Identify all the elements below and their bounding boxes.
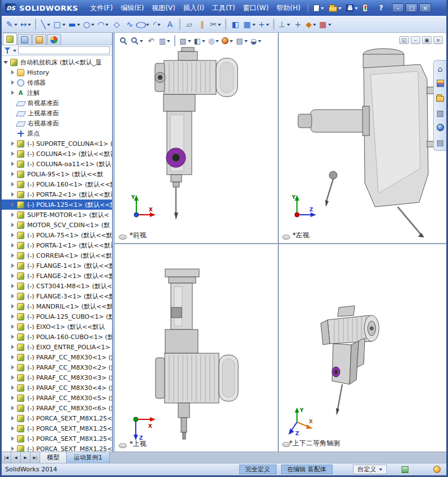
expander-icon[interactable] bbox=[10, 263, 16, 268]
zoom-to-area-button[interactable] bbox=[130, 34, 144, 47]
spline-button[interactable]: ∿ bbox=[123, 18, 136, 31]
custom-properties-tab[interactable]: ▤ bbox=[435, 137, 446, 148]
tree-item[interactable]: (-) EIXO<1> (默认<<默认 bbox=[2, 322, 112, 332]
tree-item[interactable]: (-) SUPORTE_COLUNA<1> (默 bbox=[2, 138, 112, 149]
tab-model[interactable]: 模型 bbox=[40, 452, 67, 463]
tree-item[interactable]: (-) PORTA-2<1> (默认<<默认 bbox=[2, 189, 112, 200]
tree-item[interactable]: (-) MANDRIL<1> (默认<<默 bbox=[2, 301, 112, 311]
expander-icon[interactable] bbox=[10, 70, 16, 75]
expander-icon[interactable] bbox=[10, 415, 16, 421]
tree-item[interactable]: (-) PORTA-1<1> (默认<<默认 bbox=[2, 240, 112, 250]
filter-caret-icon[interactable] bbox=[13, 50, 16, 54]
propertymanager-tab[interactable] bbox=[18, 34, 32, 45]
display-relations-button[interactable]: ⊥ bbox=[277, 18, 291, 31]
tree-item[interactable]: (-) PORCA_SEXT_M8X1,25< bbox=[2, 444, 112, 452]
grid-settings-button[interactable]: ▦ bbox=[318, 18, 332, 31]
tree-item[interactable]: (-) PARAF_CC_M8X30<2> (默 bbox=[2, 362, 112, 372]
sketch-button[interactable]: ✎ bbox=[5, 18, 19, 31]
expander-icon[interactable] bbox=[10, 354, 16, 360]
polygon-button[interactable]: ◇ bbox=[110, 18, 123, 31]
line-button[interactable]: ╲ bbox=[39, 18, 51, 31]
tree-item[interactable]: (-) EIXO_ENTRE_POLIA<1> bbox=[2, 342, 112, 352]
tree-item[interactable]: (-) PORCA_SEXT_M8X1,25< bbox=[2, 413, 112, 423]
file-explorer-tab[interactable] bbox=[435, 93, 446, 103]
expander-icon[interactable] bbox=[3, 59, 9, 65]
menu-file[interactable]: 文件(F) bbox=[86, 2, 117, 15]
zoom-to-fit-button[interactable] bbox=[117, 34, 130, 47]
smart-dimension-button[interactable]: ↔ bbox=[19, 18, 33, 31]
expander-icon[interactable] bbox=[10, 436, 16, 441]
tree-item[interactable]: SUPTE-MOTOR<1> (默认< bbox=[2, 210, 112, 220]
tree-item[interactable]: POLIA-95<1> (默认<<默 bbox=[2, 169, 112, 179]
sketch-fillet-button[interactable]: ◜ bbox=[151, 18, 163, 31]
status-options-icon[interactable] bbox=[402, 466, 408, 473]
tree-item[interactable]: (-) PORCA_SEXT_M8X1,25< bbox=[2, 423, 112, 433]
viewport-horizontal-divider[interactable] bbox=[115, 243, 446, 244]
expander-icon[interactable] bbox=[10, 171, 16, 177]
design-library-tab[interactable] bbox=[435, 78, 446, 89]
viewport-top[interactable]: X Z *上视 bbox=[115, 244, 278, 452]
tree-item[interactable]: (-) POLIA-125_CUBO<1> (默 bbox=[2, 311, 112, 322]
offset-entities-button[interactable]: ∥ bbox=[196, 18, 209, 31]
tree-item[interactable]: 上视基准面 bbox=[2, 108, 112, 118]
expander-icon[interactable] bbox=[10, 395, 16, 401]
tree-item[interactable]: MOTOR_5CV_CDIN<1> (默 bbox=[2, 220, 112, 230]
scroll-first-button[interactable]: |◀ bbox=[2, 452, 11, 463]
scroll-prev-button[interactable]: ◀ bbox=[11, 452, 21, 463]
doc-restore-button[interactable]: ▣ bbox=[422, 36, 432, 44]
tree-item[interactable]: (-) FLANGE-2<1> (默认<<默 bbox=[2, 271, 112, 281]
tab-motion-study[interactable]: 运动算例1 bbox=[67, 452, 110, 463]
convert-entities-button[interactable]: ▱ bbox=[183, 18, 196, 31]
tree-item[interactable]: (-) PARAF_CC_M8X30<3> (默 bbox=[2, 372, 112, 383]
tree-item[interactable]: 右视基准面 bbox=[2, 118, 112, 128]
mirror-entities-button[interactable]: ◧ bbox=[229, 18, 242, 31]
maximize-button[interactable]: □ bbox=[406, 3, 417, 12]
tree-item[interactable]: (-) CORREIA<1> (默认<<默认 bbox=[2, 250, 112, 261]
scroll-last-button[interactable]: ▶| bbox=[31, 452, 40, 463]
expander-icon[interactable] bbox=[10, 314, 16, 319]
expander-icon[interactable] bbox=[10, 253, 16, 258]
expander-icon[interactable] bbox=[10, 232, 16, 238]
expander-icon[interactable] bbox=[10, 161, 16, 167]
menu-tools[interactable]: 工具(T) bbox=[208, 2, 239, 15]
viewport-isometric[interactable]: Y X Z *上下二等角轴测 bbox=[279, 244, 446, 452]
expander-icon[interactable] bbox=[10, 324, 16, 329]
featuremanager-tab[interactable] bbox=[3, 33, 17, 45]
close-button[interactable]: × bbox=[419, 3, 431, 12]
expander-icon[interactable] bbox=[10, 212, 16, 218]
expander-icon[interactable] bbox=[10, 283, 16, 289]
ellipse-button[interactable]: ○ bbox=[136, 18, 150, 31]
expander-icon[interactable] bbox=[10, 375, 16, 380]
expander-icon[interactable] bbox=[10, 192, 16, 197]
doc-tile-button[interactable]: ◱ bbox=[399, 36, 409, 44]
scroll-next-button[interactable]: ▶ bbox=[21, 452, 31, 463]
tree-item[interactable]: 传感器 bbox=[2, 77, 112, 88]
linear-pattern-button[interactable]: ▦ bbox=[242, 18, 256, 31]
custom-dropdown[interactable]: 自定义 bbox=[353, 465, 387, 474]
arc-button[interactable]: ◠ bbox=[96, 18, 110, 31]
tree-item[interactable]: History bbox=[2, 67, 112, 77]
tree-item[interactable]: 原点 bbox=[2, 128, 112, 138]
expander-icon[interactable] bbox=[10, 365, 16, 370]
tree-item[interactable]: (-) PARAF_CC_M8X30<1> (默 bbox=[2, 352, 112, 362]
edit-appearance-button[interactable] bbox=[221, 34, 234, 47]
displaymanager-tab[interactable] bbox=[47, 34, 61, 45]
quick-snaps-button[interactable]: ◆ bbox=[305, 18, 318, 31]
tree-item[interactable]: 前视基准面 bbox=[2, 98, 112, 108]
expander-icon[interactable] bbox=[10, 222, 16, 228]
expander-icon[interactable] bbox=[10, 273, 16, 279]
configurationmanager-tab[interactable] bbox=[32, 34, 46, 45]
viewport-vertical-divider[interactable] bbox=[278, 33, 279, 452]
expander-icon[interactable] bbox=[10, 426, 16, 431]
previous-view-button[interactable]: ↶ bbox=[145, 34, 157, 47]
text-button[interactable]: A bbox=[164, 18, 176, 31]
minimize-button[interactable]: – bbox=[392, 3, 404, 12]
resources-tab[interactable]: ⌂ bbox=[435, 63, 446, 74]
filter-input[interactable] bbox=[18, 46, 110, 54]
doc-minimize-button[interactable]: – bbox=[411, 36, 420, 44]
expander-icon[interactable] bbox=[10, 242, 16, 248]
tree-item[interactable]: (-) PORCA_SEXT_M8X1,25< bbox=[2, 433, 112, 444]
tree-item[interactable]: 注解 bbox=[2, 88, 112, 98]
rebuild-button[interactable] bbox=[361, 2, 369, 14]
expander-icon[interactable] bbox=[10, 344, 16, 350]
